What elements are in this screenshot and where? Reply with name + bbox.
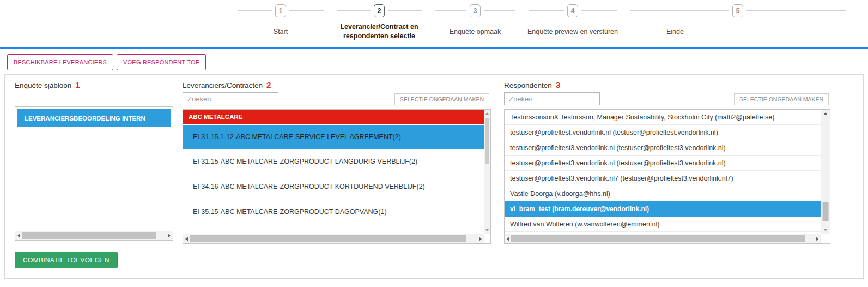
step-5-line: 5 (623, 4, 852, 17)
contract-item[interactable]: EI 31.15-ABC METALCARE-ZORGPRODUCT LANGD… (183, 149, 484, 174)
contracts-vertical-scrollbar[interactable] (484, 110, 490, 234)
template-horizontal-scrollbar[interactable] (15, 231, 173, 240)
step-3-line: 3 (428, 4, 522, 17)
step-1-label: Start (274, 27, 288, 37)
contracts-column-title: Leveranciers/Contracten2 (183, 80, 271, 89)
selection-panel: Enquête sjabloon1 LEVERANCIERSBEOORDELIN… (4, 74, 864, 279)
respondent-item[interactable]: testuser@profieltest3.vendorlink.nl (tes… (505, 140, 821, 156)
step-4: 4 Enquête preview en versturen (522, 4, 623, 45)
header-divider (0, 47, 868, 49)
contract-item[interactable]: EI 31.15.1-12-ABC METALCARE-SERVICE LEVE… (183, 124, 484, 149)
respondents-column-title: Respondenten3 (504, 80, 560, 89)
step-3: 3 Enquête opmaak (428, 4, 522, 45)
template-title-text: Enquête sjabloon (15, 81, 71, 89)
respondents-vertical-scrollbar[interactable] (821, 110, 830, 234)
template-column-title: Enquête sjabloon1 (15, 80, 80, 89)
respondents-title-text: Respondenten (504, 81, 552, 89)
step-2-indicator[interactable]: 2 (374, 4, 385, 17)
step-3-label: Enquête opmaak (450, 27, 501, 37)
contracts-search-input[interactable] (183, 92, 278, 105)
scroll-down-arrow-icon[interactable] (485, 229, 489, 231)
step-1-line: 1 (231, 4, 330, 17)
respondents-badge: 3 (556, 80, 560, 89)
respondent-item[interactable]: testuser@profieltest.vendorlink.nl (test… (505, 125, 821, 140)
template-badge: 1 (75, 80, 80, 89)
step-connector (388, 10, 422, 11)
scroll-right-arrow-icon[interactable] (479, 237, 482, 241)
step-2-label-wrap: Leverancier/Contract en respondenten sel… (330, 19, 428, 45)
add-respondent-button[interactable]: VOEG RESPONDENT TOE (117, 54, 206, 70)
contract-item[interactable]: EI 35.15-ABC METALCARE-ZORGPRODUCT DAGOP… (183, 199, 484, 224)
template-list: LEVERANCIERSBEOORDELING INTERN (15, 106, 173, 241)
scroll-left-arrow-icon[interactable] (507, 237, 509, 241)
respondent-rows: TestorssonsonX Testorsson, Manager Susta… (505, 110, 821, 232)
add-combination-button[interactable]: COMBINATIE TOEVOEGEN (15, 252, 118, 268)
step-2-label: Leverancier/Contract en respondenten sel… (338, 22, 420, 41)
scrollbar-track[interactable] (22, 232, 166, 239)
contracts-title-text: Leveranciers/Contracten (183, 81, 263, 89)
scrollbar-thumb[interactable] (190, 235, 466, 242)
respondent-item[interactable]: TestorssonsonX Testorsson, Manager Susta… (505, 110, 821, 125)
scrollbar-thumb[interactable] (511, 235, 805, 242)
respondent-item[interactable]: testuser@profieltest3.vendorlink.nl7 (te… (505, 171, 821, 186)
step-5-indicator[interactable]: 5 (732, 4, 743, 17)
step-connector (435, 10, 466, 11)
respondents-list: TestorssonsonX Testorsson, Manager Susta… (504, 109, 830, 244)
scrollbar-thumb[interactable] (822, 202, 828, 221)
step-5-label: Einde (623, 27, 727, 37)
contracts-horizontal-scrollbar[interactable] (183, 234, 484, 243)
respondents-clear-selection-button[interactable]: SELECTIE ONGEDAAN MAKEN (734, 93, 829, 105)
scroll-right-arrow-icon[interactable] (168, 234, 171, 238)
scroll-left-arrow-icon[interactable] (185, 237, 188, 241)
scroll-down-arrow-icon[interactable] (823, 229, 828, 231)
scrollbar-thumb[interactable] (485, 118, 489, 164)
step-connector (630, 10, 729, 11)
step-5: 5 Einde (623, 4, 852, 45)
step-3-indicator[interactable]: 3 (470, 4, 481, 17)
step-1-indicator[interactable]: 1 (275, 4, 286, 17)
scrollbar-track[interactable] (511, 235, 814, 242)
scrollbar-thumb[interactable] (22, 232, 156, 239)
step-1-label-wrap: Start (231, 19, 330, 45)
respondent-item[interactable]: testuser@profieltest3.vendorlink.nl (tes… (505, 156, 821, 171)
step-connector (529, 10, 564, 11)
toolbar: BESCHIKBARE LEVERANCIERS VOEG RESPONDENT… (7, 54, 206, 70)
step-connector (238, 10, 272, 11)
available-suppliers-button[interactable]: BESCHIKBARE LEVERANCIERS (7, 54, 113, 70)
step-4-label-wrap: Enquête preview en versturen (522, 19, 623, 45)
step-4-line: 4 (522, 4, 623, 17)
contracts-list: ABC METALCARE EI 31.15.1-12-ABC METALCAR… (183, 109, 491, 244)
scrollbar-track[interactable] (821, 115, 830, 229)
step-connector (746, 10, 846, 11)
step-connector (484, 10, 515, 11)
contract-group-header[interactable]: ABC METALCARE (183, 110, 490, 124)
step-4-indicator[interactable]: 4 (567, 4, 578, 17)
step-2-line: 2 (330, 4, 428, 17)
respondents-search-input[interactable] (504, 92, 600, 105)
respondent-item[interactable]: Wilfred van Wolferen (w.vanwolferen@emme… (505, 217, 821, 232)
step-connector (337, 10, 371, 11)
scroll-right-arrow-icon[interactable] (816, 237, 818, 241)
step-5-label-wrap: Einde (623, 19, 852, 45)
scroll-left-arrow-icon[interactable] (17, 234, 20, 238)
scrollbar-track[interactable] (484, 115, 490, 229)
scrollbar-track[interactable] (190, 235, 477, 242)
step-2-active: 2 Leverancier/Contract en respondenten s… (330, 4, 428, 45)
step-4-label: Enquête preview en versturen (527, 27, 618, 37)
step-3-label-wrap: Enquête opmaak (428, 19, 522, 45)
wizard-stepper: 1 Start 2 Leverancier/Contract en respon… (231, 4, 852, 45)
wizard-page: 1 Start 2 Leverancier/Contract en respon… (0, 0, 868, 287)
contracts-clear-selection-button[interactable]: SELECTIE ONGEDAAN MAKEN (394, 93, 489, 105)
contract-rows: EI 31.15.1-12-ABC METALCARE-SERVICE LEVE… (183, 124, 484, 224)
respondents-horizontal-scrollbar[interactable] (505, 234, 821, 243)
contract-item[interactable]: EI 34.16-ABC METALCARE-ZORGPRODUCT KORTD… (183, 174, 484, 199)
step-connector (289, 10, 324, 11)
template-item[interactable]: LEVERANCIERSBEOORDELING INTERN (17, 109, 171, 127)
respondent-item[interactable]: Vastie Doorga (v.doorga@hhs.nl) (505, 186, 821, 201)
contracts-badge: 2 (266, 80, 271, 89)
step-connector (581, 10, 617, 11)
respondent-item[interactable]: vl_bram_test (bram.dereuver@vendorlink.n… (505, 201, 821, 217)
step-1: 1 Start (231, 4, 330, 45)
